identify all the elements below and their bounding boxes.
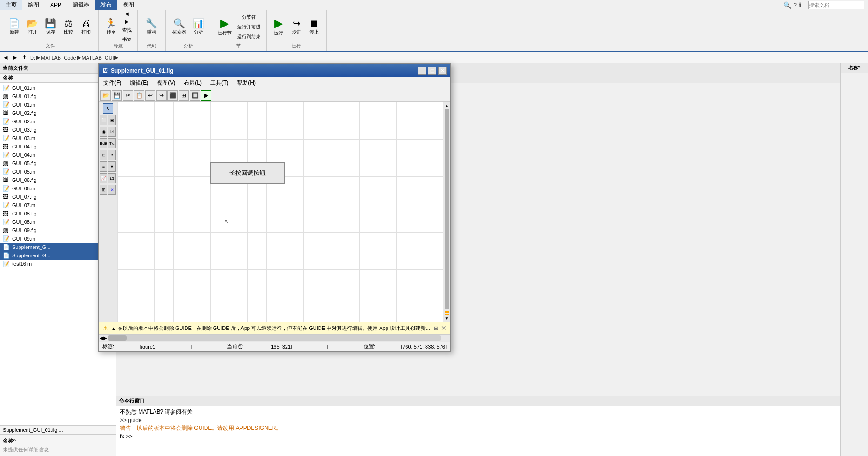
toolbar-cut[interactable]: ✂	[123, 90, 133, 101]
stop-button[interactable]: ⏹ 停止	[306, 13, 322, 41]
warning-close[interactable]: ✕	[441, 324, 447, 332]
close-button[interactable]: ✕	[438, 67, 447, 75]
file-icon: 🖼	[3, 177, 10, 183]
gui-button-widget[interactable]: 长按回调按钮	[210, 162, 285, 184]
breadcrumb-matlab-gui[interactable]: MATLAB_GUI	[82, 55, 114, 60]
scrollbar-down-btn[interactable]: ▼	[445, 316, 449, 321]
tool-radio[interactable]: ◉	[100, 127, 107, 137]
tool-frame[interactable]: ▪	[108, 150, 116, 160]
tool-table[interactable]: ⊞	[100, 185, 107, 195]
step-button[interactable]: ↪ 步进	[288, 13, 305, 41]
toolbar-undo[interactable]: ↩	[145, 90, 155, 101]
gui-scrollbar-h[interactable]: ◀ ▶	[99, 334, 450, 342]
divider-button[interactable]: 分节符	[235, 13, 262, 22]
breadcrumb-d[interactable]: D:	[30, 55, 35, 60]
nav-up-btn[interactable]: ⬆	[20, 54, 28, 61]
toolbar-run[interactable]: ▶	[201, 90, 211, 101]
tool-checkbox[interactable]: ☑	[108, 127, 116, 137]
tool-static[interactable]: Txt	[108, 138, 116, 148]
ribbon: 📄 新建 📂 打开 💾 保存 ⚖ 比较 🖨 打印 文件	[0, 10, 868, 52]
tool-edit[interactable]: Edit	[100, 138, 107, 148]
command-window-header: 命令行窗口	[116, 396, 840, 406]
menu-publish[interactable]: 发布	[95, 0, 117, 10]
run-end-button[interactable]: 运行到结束	[235, 32, 262, 41]
run-advance-button[interactable]: 运行并前进	[235, 23, 262, 32]
hscrollbar-left-btn[interactable]: ◀	[100, 335, 103, 341]
cursor-indicator: ↖	[224, 218, 229, 225]
file-icon: 🖼	[3, 210, 10, 217]
tool-slider[interactable]: ⊟	[100, 150, 107, 160]
file-icon: 📄	[3, 252, 10, 259]
refactor-button[interactable]: 🔧 重构	[143, 13, 160, 41]
gui-menu-help[interactable]: 帮助(H)	[233, 78, 260, 88]
gui-menu-layout[interactable]: 布局(L)	[180, 78, 206, 88]
ribbon-group-run: ▶ 运行 ↪ 步进 ⏹ 停止 运行	[267, 10, 327, 51]
compare-icon: ⚖	[64, 19, 73, 28]
tool-pushbutton[interactable]: ⬜	[100, 115, 107, 125]
cmd-prompt-text: >> guide	[120, 417, 142, 423]
file-icon: 📄	[3, 244, 10, 250]
analysis-button[interactable]: 📊 分析	[190, 13, 207, 41]
cmd-input[interactable]	[134, 433, 836, 440]
print-button[interactable]: 🖨 打印	[78, 13, 94, 41]
toolbar-grid[interactable]: ⊞	[179, 90, 189, 101]
menu-view[interactable]: 视图	[117, 0, 140, 10]
forward-button[interactable]: ▶	[120, 18, 134, 25]
tool-toggle[interactable]: ▣	[108, 115, 116, 125]
toolbar-props[interactable]: 🔲	[190, 90, 200, 101]
new-icon: 📄	[8, 19, 20, 28]
nav-forward-btn[interactable]: ▶	[11, 54, 19, 61]
hscrollbar-thumb[interactable]	[108, 335, 127, 341]
gui-menu-view[interactable]: 视图(V)	[153, 78, 179, 88]
toolbar-redo[interactable]: ↪	[156, 90, 167, 101]
run-label: 运行	[274, 30, 283, 36]
detail-panel: 名称^ 未提供任何详细信息	[0, 434, 116, 456]
nav-back-btn[interactable]: ◀	[2, 54, 9, 61]
minimize-button[interactable]: ─	[418, 67, 426, 75]
nav-bar: ◀ ▶ ⬆ D: ▶ MATLAB_Code ▶ MATLAB_GUI ▶	[0, 52, 868, 63]
menu-editor[interactable]: 编辑器	[67, 0, 95, 10]
cmd-input-line: fx >>	[120, 433, 836, 440]
tool-activex[interactable]: ✕	[108, 185, 116, 195]
gui-menu-edit[interactable]: 编辑(E)	[126, 78, 152, 88]
gui-toolbox: ↖ ⬜ ▣ ◉ ☑ Edit Txt ⊟ ▪ ≡	[99, 102, 117, 322]
nav-buttons: 🏃 转至 ◀ ▶ 查找 书签	[102, 12, 134, 42]
run-section-button[interactable]: ▶ 运行节	[215, 13, 234, 41]
save-icon: 💾	[45, 19, 56, 28]
explorer-button[interactable]: 🔍 探索器	[169, 13, 189, 41]
maximize-button[interactable]: □	[428, 67, 436, 75]
compare-button[interactable]: ⚖ 比较	[60, 13, 77, 41]
back-button[interactable]: ◀	[120, 10, 134, 17]
gui-menu-file[interactable]: 文件(F)	[100, 78, 125, 88]
toolbar-open[interactable]: 📂	[100, 90, 111, 101]
gui-canvas[interactable]: 长按回调按钮 ↖	[117, 102, 443, 322]
hscrollbar-right-btn[interactable]: ▶	[103, 335, 107, 341]
toolbar-save[interactable]: 💾	[112, 90, 122, 101]
tool-panel[interactable]: 🗂	[108, 173, 116, 183]
goto-button[interactable]: 🏃 转至	[102, 13, 120, 41]
warning-expand[interactable]: ⊞	[434, 325, 438, 331]
toolbar-align[interactable]: ⬛	[167, 90, 178, 101]
save-button[interactable]: 💾 保存	[42, 13, 59, 41]
ribbon-group-section: ▶ 运行节 分节符 运行并前进 运行到结束 节	[211, 10, 267, 51]
toolbar-copy[interactable]: 📋	[134, 90, 144, 101]
run-button[interactable]: ▶ 运行	[270, 13, 287, 41]
scrollbar-up-btn[interactable]: ▲	[445, 103, 449, 108]
gui-scrollbar-v[interactable]: ▲ ▼	[443, 102, 450, 322]
gui-menu-tools[interactable]: 工具(T)	[207, 78, 232, 88]
menu-plot[interactable]: 绘图	[22, 0, 45, 10]
scrollbar-thumb[interactable]	[445, 109, 449, 309]
tool-axes[interactable]: 📈	[100, 173, 107, 183]
open-button[interactable]: 📂 打开	[24, 13, 41, 41]
tool-listbox[interactable]: ≡	[100, 161, 107, 172]
menu-home[interactable]: 主页	[0, 0, 22, 10]
gui-button-label: 长按回调按钮	[229, 169, 266, 177]
breadcrumb-matlab-code[interactable]: MATLAB_Code	[41, 55, 76, 60]
tool-popup[interactable]: ▼	[108, 161, 116, 172]
find-button[interactable]: 查找	[120, 26, 134, 34]
tool-cursor[interactable]: ↖	[103, 103, 113, 114]
menu-app[interactable]: APP	[45, 1, 67, 9]
search-input[interactable]	[808, 1, 864, 9]
gui-grid	[117, 102, 443, 322]
new-button[interactable]: 📄 新建	[6, 13, 23, 41]
